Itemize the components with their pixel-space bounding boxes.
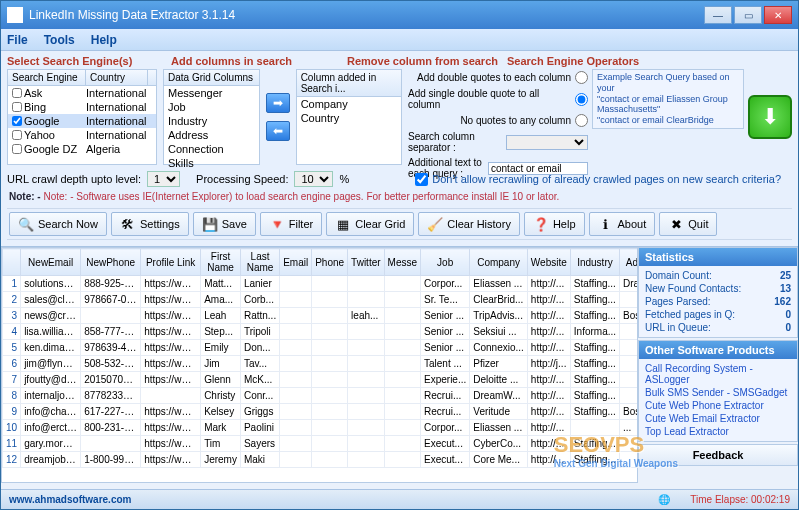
column-header[interactable]: NewPhone <box>81 249 141 276</box>
column-header[interactable]: Messe <box>384 249 420 276</box>
window-title: LinkedIn Missing Data Extractor 3.1.14 <box>29 8 235 22</box>
close-button[interactable]: ✕ <box>764 6 792 24</box>
table-row[interactable]: 11gary.morgan@k...https://www.link...Tim… <box>3 436 639 452</box>
crawl-depth-label: URL crawl depth upto level: <box>7 173 141 185</box>
search-engines-panel: Search Engine Country AskInternationalBi… <box>7 69 157 165</box>
grid-icon: ▦ <box>335 216 351 232</box>
search-engine-row[interactable]: Google DZAlgeria <box>8 142 156 156</box>
quit-icon: ✖ <box>668 216 684 232</box>
table-row[interactable]: 7jfoutty@deloitt...201507010...https://w… <box>3 372 639 388</box>
app-icon <box>7 7 23 23</box>
col-search-engine: Search Engine <box>8 70 86 85</box>
product-link[interactable]: Top Lead Extractor <box>645 425 791 438</box>
data-grid[interactable]: NewEmailNewPhoneProfile LinkFirst NameLa… <box>1 247 638 483</box>
separator-select[interactable] <box>506 135 588 150</box>
filter-button[interactable]: 🔻Filter <box>260 212 322 236</box>
crawl-depth-select[interactable]: 1 <box>147 171 180 187</box>
list-item[interactable]: Messenger <box>164 86 259 100</box>
menu-tools[interactable]: Tools <box>44 33 75 47</box>
list-item[interactable]: Job <box>164 100 259 114</box>
column-header[interactable]: Phone <box>312 249 348 276</box>
data-grid-columns-panel: Data Grid Columns MessengerJobIndustryAd… <box>163 69 260 165</box>
list-item[interactable]: Address <box>164 128 259 142</box>
stat-row: Domain Count:25 <box>645 269 791 282</box>
clear-grid-button[interactable]: ▦Clear Grid <box>326 212 414 236</box>
list-item[interactable]: Industry <box>164 114 259 128</box>
search-engine-row[interactable]: GoogleInternational <box>8 114 156 128</box>
column-header[interactable]: First Name <box>201 249 241 276</box>
clear-history-button[interactable]: 🧹Clear History <box>418 212 520 236</box>
column-header[interactable]: Email <box>280 249 312 276</box>
radio-single-quote[interactable]: Add single double quote to all column <box>408 88 588 110</box>
list-item[interactable]: Country <box>297 111 401 125</box>
recrawl-checkbox[interactable]: Don't allow recrawling of already crawle… <box>415 173 781 186</box>
go-button[interactable]: ⬇ <box>748 95 792 139</box>
product-link[interactable]: Cute Web Email Extractor <box>645 412 791 425</box>
speed-select[interactable]: 10 <box>294 171 333 187</box>
search-engine-row[interactable]: AskInternational <box>8 86 156 100</box>
settings-button[interactable]: 🛠Settings <box>111 212 189 236</box>
remove-column-button[interactable]: ⬅ <box>266 121 290 141</box>
stat-row: URL in Queue:0 <box>645 321 791 334</box>
add-column-button[interactable]: ➡ <box>266 93 290 113</box>
column-header[interactable]: Company <box>470 249 528 276</box>
table-row[interactable]: 1solutions@elia...888-925-68...https://w… <box>3 276 639 292</box>
vendor-link[interactable]: www.ahmadsoftware.com <box>9 494 131 505</box>
search-engine-row[interactable]: YahooInternational <box>8 128 156 142</box>
table-row[interactable]: 4lisa.williams@se...858-777-26...https:/… <box>3 324 639 340</box>
menubar: File Tools Help <box>1 29 798 51</box>
radio-no-quotes[interactable]: No quotes to any column <box>408 114 588 127</box>
titlebar: LinkedIn Missing Data Extractor 3.1.14 —… <box>1 1 798 29</box>
table-row[interactable]: 8internaljobs@sn...877823366...ChristyCo… <box>3 388 639 404</box>
maximize-button[interactable]: ▭ <box>734 6 762 24</box>
help-button[interactable]: ❓Help <box>524 212 585 236</box>
stat-row: Pages Parsed:162 <box>645 295 791 308</box>
column-header[interactable]: Twitter <box>348 249 384 276</box>
header-select: Select Search Engine(s) <box>7 55 163 67</box>
column-header[interactable]: Website <box>527 249 570 276</box>
table-row[interactable]: 10info@erctem.us...800-231-49...https://… <box>3 420 639 436</box>
menu-help[interactable]: Help <box>91 33 117 47</box>
header-add: Add columns in search <box>171 55 309 67</box>
feedback-button[interactable]: Feedback <box>638 444 798 466</box>
header-operators: Search Engine Operators <box>507 55 639 67</box>
example-query-box: Example Search Query based on your "cont… <box>592 69 744 129</box>
quit-button[interactable]: ✖Quit <box>659 212 717 236</box>
column-header[interactable]: Last Name <box>240 249 279 276</box>
product-link[interactable]: Call Recording System - ASLogger <box>645 362 791 386</box>
column-header[interactable]: NewEmail <box>21 249 81 276</box>
table-row[interactable]: 2sales@clearbrid...978667-071...https://… <box>3 292 639 308</box>
table-row[interactable]: 9info@chaseletec...617-227-50...https://… <box>3 404 639 420</box>
gear-icon: 🛠 <box>120 216 136 232</box>
column-header[interactable]: Industry <box>570 249 619 276</box>
note-text: Note: - Note: - Software uses IE(Interne… <box>7 189 792 204</box>
header-remove: Remove column from search <box>347 55 499 67</box>
operators-panel: Add double quotes to each column Add sin… <box>408 69 792 165</box>
save-button[interactable]: 💾Save <box>193 212 256 236</box>
products-box: Other Software Products Call Recording S… <box>638 340 798 442</box>
app-window: LinkedIn Missing Data Extractor 3.1.14 —… <box>0 0 799 510</box>
minimize-button[interactable]: — <box>704 6 732 24</box>
list-item[interactable]: Connection <box>164 142 259 156</box>
list-item[interactable]: Skills <box>164 156 259 170</box>
table-row[interactable]: 6jim@flynnlsg.co...508-532-1128https://w… <box>3 356 639 372</box>
column-header[interactable]: Addr <box>620 249 638 276</box>
table-row[interactable]: 12dreamjobs@cor...1-800-995-2...https://… <box>3 452 639 468</box>
column-header[interactable] <box>3 249 21 276</box>
product-link[interactable]: Cute Web Phone Extractor <box>645 399 791 412</box>
column-header[interactable]: Job <box>421 249 470 276</box>
search-now-button[interactable]: 🔍Search Now <box>9 212 107 236</box>
about-button[interactable]: ℹAbout <box>589 212 656 236</box>
table-row[interactable]: 3news@cruisecri...https://www.link...Lea… <box>3 308 639 324</box>
toolbar: 🔍Search Now 🛠Settings 💾Save 🔻Filter ▦Cle… <box>7 208 792 240</box>
speed-label: Processing Speed: <box>196 173 288 185</box>
menu-file[interactable]: File <box>7 33 28 47</box>
statistics-box: Statistics Domain Count:25New Found Cont… <box>638 247 798 338</box>
list-item[interactable]: Company <box>297 97 401 111</box>
radio-double-quotes[interactable]: Add double quotes to each column <box>408 71 588 84</box>
search-engine-row[interactable]: BingInternational <box>8 100 156 114</box>
table-row[interactable]: 5ken.dimaggio@...978639-426...https://ww… <box>3 340 639 356</box>
column-header[interactable]: Profile Link <box>141 249 201 276</box>
product-link[interactable]: Bulk SMS Sender - SMSGadget <box>645 386 791 399</box>
stat-row: Fetched pages in Q:0 <box>645 308 791 321</box>
